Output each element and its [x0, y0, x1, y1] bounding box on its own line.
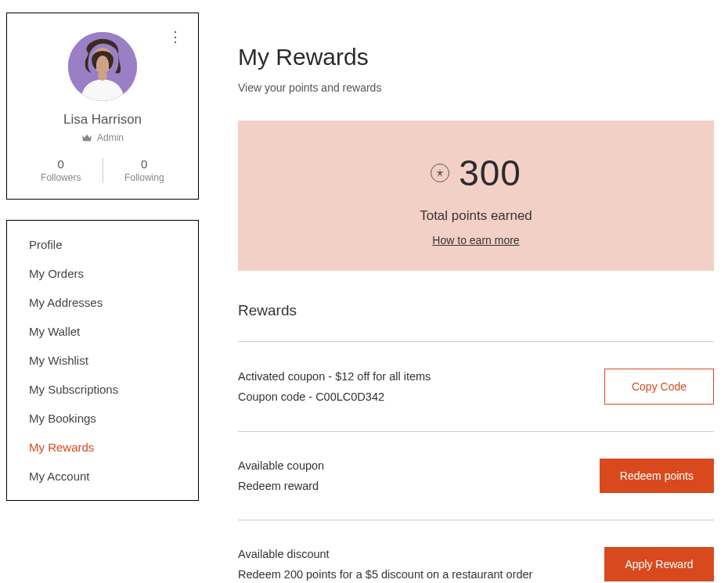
stats-row: 0 Followers 0 Following	[20, 157, 186, 183]
how-to-earn-link[interactable]: How to earn more	[432, 234, 519, 247]
copy-code-button[interactable]: Copy Code	[604, 369, 714, 405]
reward-row-available-discount: Available discount Redeem 200 points for…	[238, 520, 714, 581]
more-options-icon[interactable]: ⋮	[168, 34, 182, 41]
reward-sub: Redeem 200 points for a $5 discount on a…	[238, 568, 604, 581]
sidebar-nav: Profile My Orders My Addresses My Wallet…	[6, 220, 199, 501]
sidebar-item-my-wallet[interactable]: My Wallet	[7, 317, 198, 346]
followers-count: 0	[20, 157, 103, 171]
followers-stat[interactable]: 0 Followers	[20, 157, 103, 183]
reward-title: Available discount	[238, 548, 604, 560]
following-label: Following	[103, 172, 186, 183]
following-stat[interactable]: 0 Following	[103, 157, 186, 183]
reward-sub: Coupon code - C00LC0D342	[238, 390, 604, 403]
profile-card: ⋮ Lisa Harrison Admin 0 Followers	[6, 13, 199, 200]
reward-row-available-coupon: Available coupon Redeem reward Redeem po…	[238, 431, 714, 520]
avatar[interactable]	[68, 32, 137, 101]
reward-row-activated-coupon: Activated coupon - $12 off for all items…	[238, 341, 714, 431]
redeem-points-button[interactable]: Redeem points	[600, 459, 714, 493]
apply-reward-button[interactable]: Apply Reward	[604, 547, 714, 581]
rewards-heading: Rewards	[238, 302, 714, 319]
sidebar-item-my-wishlist[interactable]: My Wishlist	[7, 346, 198, 375]
points-banner: 300 Total points earned How to earn more	[238, 121, 714, 271]
profile-role: Admin	[20, 132, 186, 143]
followers-label: Followers	[20, 172, 103, 183]
reward-sub: Redeem reward	[238, 480, 600, 492]
sidebar-item-my-subscriptions[interactable]: My Subscriptions	[7, 375, 198, 404]
star-icon	[431, 164, 449, 182]
page-title: My Rewards	[238, 44, 714, 70]
sidebar-item-my-rewards[interactable]: My Rewards	[7, 433, 198, 462]
points-label: Total points earned	[254, 208, 698, 224]
svg-point-2	[98, 71, 107, 81]
profile-name: Lisa Harrison	[20, 112, 186, 128]
reward-title: Available coupon	[238, 459, 600, 472]
profile-role-label: Admin	[97, 132, 124, 143]
sidebar-item-my-orders[interactable]: My Orders	[7, 259, 198, 288]
sidebar-item-my-addresses[interactable]: My Addresses	[7, 288, 198, 317]
crown-icon	[81, 134, 92, 142]
sidebar-item-my-account[interactable]: My Account	[7, 462, 198, 491]
page-subtitle: View your points and rewards	[238, 81, 714, 94]
sidebar-item-profile[interactable]: Profile	[7, 230, 198, 259]
reward-title: Activated coupon - $12 off for all items	[238, 370, 604, 383]
following-count: 0	[103, 157, 186, 171]
points-value: 300	[459, 152, 521, 194]
sidebar-item-my-bookings[interactable]: My Bookings	[7, 404, 198, 433]
